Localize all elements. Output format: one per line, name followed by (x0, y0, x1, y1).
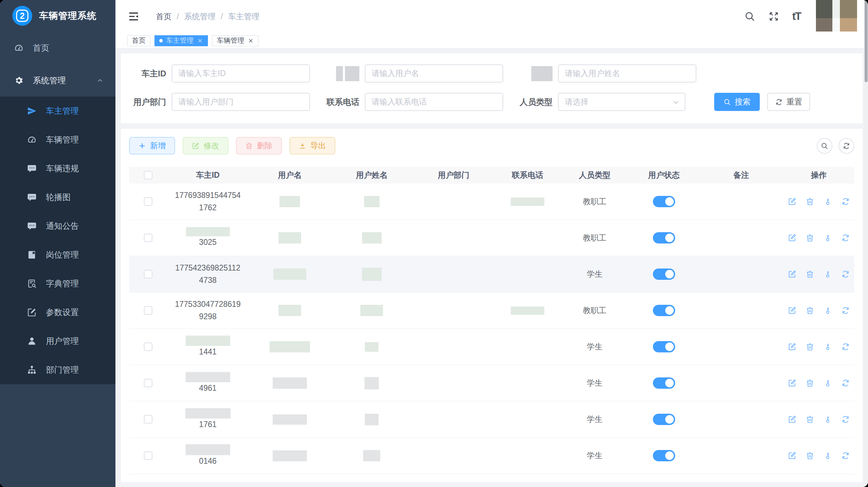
row-delete-icon[interactable] (806, 451, 814, 460)
row-edit-icon[interactable] (788, 415, 796, 424)
sidebar-item[interactable]: 车主管理 (0, 97, 115, 125)
breadcrumb-item[interactable]: 车主管理 (228, 11, 260, 22)
refresh-table-button[interactable] (839, 138, 854, 154)
close-icon[interactable] (197, 38, 203, 44)
row-delete-icon[interactable] (806, 234, 814, 242)
breadcrumb-item[interactable]: 首页 (156, 11, 172, 22)
table-row[interactable]: 1776938915447541762 教职工 (129, 184, 854, 220)
row-edit-icon[interactable] (788, 234, 796, 242)
search-button[interactable]: 搜索 (714, 93, 760, 111)
person-type-select[interactable]: 请选择 (558, 93, 685, 111)
sidebar-item-home[interactable]: 首页 (0, 32, 115, 64)
status-toggle[interactable] (653, 196, 675, 207)
row-delete-icon[interactable] (806, 197, 814, 206)
row-edit-icon[interactable] (788, 197, 796, 206)
delete-button[interactable]: 删除 (236, 137, 282, 154)
row-checkbox[interactable] (144, 415, 152, 424)
row-checkbox[interactable] (144, 270, 152, 278)
sidebar-item[interactable]: 用户管理 (0, 327, 115, 355)
table-row[interactable]: 0146 学生 (129, 438, 854, 474)
row-edit-icon[interactable] (788, 306, 796, 315)
row-checkbox[interactable] (144, 306, 152, 315)
sidebar-item-system[interactable]: 系统管理 (0, 64, 115, 97)
row-checkbox[interactable] (144, 379, 152, 387)
status-toggle[interactable] (653, 450, 675, 461)
row-delete-icon[interactable] (806, 342, 814, 351)
search-form-row-1: 车主ID 请输入车主ID 请输入用户名 请输入用户姓名 (128, 64, 856, 83)
row-reset-password-icon[interactable] (823, 234, 832, 242)
row-refresh-icon[interactable] (841, 234, 850, 242)
row-delete-icon[interactable] (806, 306, 814, 315)
sidebar-item[interactable]: 通知公告 (0, 212, 115, 240)
status-cell (629, 305, 699, 316)
row-reset-password-icon[interactable] (823, 415, 832, 424)
tab-车主管理[interactable]: 车主管理 (154, 35, 208, 46)
modify-button[interactable]: 修改 (183, 137, 228, 154)
fullscreen-icon[interactable] (768, 11, 779, 22)
status-toggle[interactable] (653, 377, 675, 389)
table-row[interactable]: 3025 教职工 (129, 220, 854, 256)
row-refresh-icon[interactable] (841, 342, 850, 351)
row-delete-icon[interactable] (806, 270, 814, 278)
table-row[interactable]: 1441 学生 (129, 329, 854, 365)
page-scrollbar[interactable] (864, 0, 868, 487)
close-icon[interactable] (248, 38, 254, 44)
reset-button[interactable]: 重置 (767, 93, 810, 111)
row-delete-icon[interactable] (806, 415, 814, 424)
breadcrumb-item[interactable]: 系统管理 (184, 11, 215, 22)
status-toggle[interactable] (653, 269, 675, 280)
row-reset-password-icon[interactable] (823, 342, 832, 351)
row-edit-icon[interactable] (788, 379, 796, 387)
sidebar-item[interactable]: 轮播图 (0, 183, 115, 212)
sidebar-item[interactable]: 车辆管理 (0, 125, 115, 154)
row-refresh-icon[interactable] (841, 306, 850, 315)
row-edit-icon[interactable] (788, 451, 796, 460)
select-all-checkbox[interactable] (144, 171, 152, 179)
text-input[interactable]: 请输入用户姓名 (558, 64, 696, 83)
row-checkbox[interactable] (144, 234, 152, 242)
row-edit-icon[interactable] (788, 270, 796, 278)
search-icon[interactable] (744, 11, 755, 22)
row-checkbox[interactable] (144, 197, 152, 206)
row-refresh-icon[interactable] (841, 415, 850, 424)
table-row[interactable]: 1775423698251124738 学生 (129, 256, 854, 292)
row-refresh-icon[interactable] (841, 379, 850, 387)
sidebar-item[interactable]: 车辆违规 (0, 154, 115, 183)
row-refresh-icon[interactable] (841, 270, 850, 278)
font-size-icon[interactable]: tT (792, 10, 801, 23)
text-input[interactable]: 请输入用户名 (365, 64, 503, 83)
add-button[interactable]: 新增 (129, 137, 175, 154)
sidebar-item[interactable]: 参数设置 (0, 298, 115, 327)
status-toggle[interactable] (653, 232, 675, 244)
sidebar-item[interactable]: 字典管理 (0, 269, 115, 298)
row-reset-password-icon[interactable] (823, 270, 832, 278)
row-reset-password-icon[interactable] (823, 197, 832, 206)
text-input[interactable]: 请输入联系电话 (365, 93, 503, 111)
text-input[interactable]: 请输入车主ID (172, 64, 310, 83)
status-toggle[interactable] (653, 305, 675, 316)
tab-车辆管理[interactable]: 车辆管理 (212, 35, 259, 46)
scrollbar-thumb[interactable] (865, 0, 868, 82)
row-checkbox[interactable] (144, 342, 152, 351)
export-button[interactable]: 导出 (289, 137, 335, 154)
status-toggle[interactable] (653, 341, 675, 352)
collapse-sidebar-button[interactable] (128, 11, 139, 22)
tab-首页[interactable]: 首页 (127, 35, 150, 46)
table-row[interactable]: 4961 学生 (129, 365, 854, 401)
row-reset-password-icon[interactable] (823, 379, 832, 387)
row-edit-icon[interactable] (788, 342, 796, 351)
sidebar-item[interactable]: 岗位管理 (0, 240, 115, 269)
table-row[interactable]: 1761 学生 (129, 401, 854, 438)
row-reset-password-icon[interactable] (823, 451, 832, 460)
show-search-button[interactable] (817, 138, 832, 154)
row-reset-password-icon[interactable] (823, 306, 832, 315)
table-row[interactable]: 1775330477286199298 教职工 (129, 292, 854, 329)
status-toggle[interactable] (653, 414, 675, 425)
text-input[interactable]: 请输入用户部门 (172, 93, 310, 111)
avatar[interactable] (816, 0, 857, 32)
sidebar-item[interactable]: 部门管理 (0, 355, 115, 384)
row-checkbox[interactable] (144, 451, 152, 460)
row-refresh-icon[interactable] (841, 451, 850, 460)
row-delete-icon[interactable] (806, 379, 814, 387)
row-refresh-icon[interactable] (841, 197, 850, 206)
